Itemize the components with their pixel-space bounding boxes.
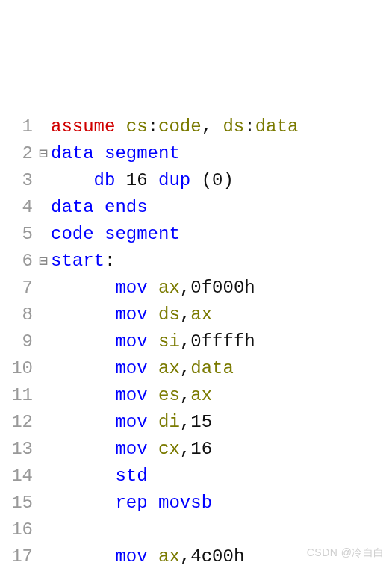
line-number: 17 <box>0 543 36 565</box>
code-content: start: <box>51 248 392 275</box>
code-line: 9 mov si,0ffffh <box>0 328 392 355</box>
line-number: 1 <box>0 113 36 140</box>
token <box>51 546 115 565</box>
token <box>148 439 158 459</box>
code-line: 10 mov ax,data <box>0 355 392 382</box>
line-number: 7 <box>0 275 36 302</box>
token: 0ffffh <box>190 331 255 352</box>
token: ( <box>190 170 212 190</box>
token: data <box>190 358 234 378</box>
token <box>115 116 125 137</box>
token: cx <box>158 439 180 459</box>
token: di <box>158 412 180 432</box>
code-content: mov di,15 <box>51 409 392 436</box>
token: mov <box>115 278 147 298</box>
code-line: 7 mov ax,0f000h <box>0 275 392 302</box>
token: ax <box>190 385 212 405</box>
token <box>51 170 94 190</box>
code-content: data segment <box>51 140 392 167</box>
line-number: 3 <box>0 167 36 194</box>
line-number: 11 <box>0 382 36 409</box>
token: , <box>180 439 190 459</box>
line-number: 2 <box>0 140 36 167</box>
token <box>51 331 115 352</box>
code-line: 4data ends <box>0 194 392 221</box>
token <box>51 385 115 405</box>
token <box>51 412 115 432</box>
fold-icon[interactable]: ⊟ <box>36 143 51 166</box>
token <box>51 305 115 325</box>
token: cs <box>126 116 148 137</box>
token <box>51 439 115 459</box>
token <box>148 170 158 190</box>
code-content: mov es,ax <box>51 382 392 409</box>
token: mov <box>115 546 147 565</box>
line-number: 15 <box>0 490 36 516</box>
code-line: 3 db 16 dup (0) <box>0 167 392 194</box>
code-line: 11 mov es,ax <box>0 382 392 409</box>
code-line: 16 <box>0 516 392 543</box>
code-content: rep movsb <box>51 490 392 516</box>
code-content: data ends <box>51 194 392 221</box>
token: si <box>158 331 180 352</box>
token: , <box>202 116 223 137</box>
token: , <box>180 385 190 405</box>
token <box>51 493 115 513</box>
token <box>51 358 115 378</box>
code-line: 13 mov cx,16 <box>0 436 392 463</box>
token <box>148 331 158 352</box>
code-line: 15 rep movsb <box>0 490 392 516</box>
code-content: db 16 dup (0) <box>51 167 392 194</box>
token: db <box>94 170 116 190</box>
token: data <box>255 116 299 137</box>
token: code <box>158 116 202 137</box>
token: , <box>180 305 190 325</box>
token: , <box>180 546 190 565</box>
token <box>148 278 158 298</box>
code-line: 5code segment <box>0 221 392 248</box>
token <box>51 278 115 298</box>
token: , <box>180 278 190 298</box>
token: ds <box>223 116 244 137</box>
token: ax <box>190 305 212 325</box>
line-number: 12 <box>0 409 36 436</box>
token <box>115 170 125 190</box>
token: mov <box>115 385 147 405</box>
token: std <box>115 466 147 486</box>
token: rep movsb <box>115 493 212 513</box>
line-number: 6 <box>0 248 36 275</box>
token: , <box>180 358 190 378</box>
line-number: 4 <box>0 194 36 221</box>
token: : <box>105 251 115 271</box>
token: 16 <box>126 170 148 190</box>
token: es <box>158 385 180 405</box>
token <box>148 358 158 378</box>
fold-icon[interactable]: ⊟ <box>36 251 51 273</box>
line-number: 5 <box>0 221 36 248</box>
token: ax <box>158 546 180 565</box>
line-number: 9 <box>0 328 36 355</box>
token: ) <box>223 170 233 190</box>
code-line: 2⊟data segment <box>0 140 392 167</box>
token: dup <box>158 170 190 190</box>
code-line: 6⊟start: <box>0 248 392 275</box>
code-content: mov si,0ffffh <box>51 328 392 355</box>
token <box>148 305 158 325</box>
token: mov <box>115 439 147 459</box>
code-editor: 1assume cs:code, ds:data2⊟data segment3 … <box>0 113 392 565</box>
code-line: 8 mov ds,ax <box>0 302 392 328</box>
line-number: 8 <box>0 302 36 328</box>
token: mov <box>115 331 147 352</box>
token: : <box>148 116 158 137</box>
token: assume <box>51 116 115 137</box>
token: mov <box>115 305 147 325</box>
token: ax <box>158 278 180 298</box>
code-content: assume cs:code, ds:data <box>51 113 392 140</box>
token: ax <box>158 358 180 378</box>
code-content: mov cx,16 <box>51 436 392 463</box>
token: 15 <box>190 412 212 432</box>
code-content: mov ds,ax <box>51 302 392 328</box>
token <box>148 412 158 432</box>
code-content: std <box>51 463 392 490</box>
code-line: 1assume cs:code, ds:data <box>0 113 392 140</box>
